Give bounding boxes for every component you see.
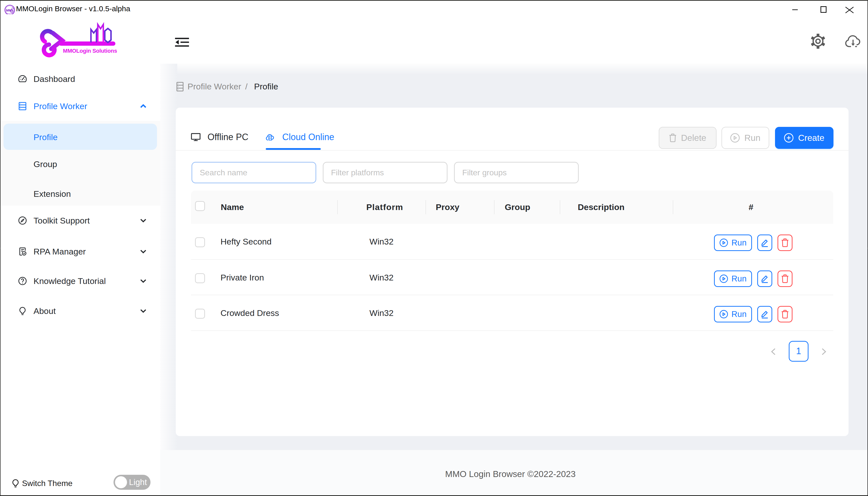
svg-text:MMOLogin Solutions: MMOLogin Solutions (63, 48, 117, 54)
svg-text:LOGIN SOLUTIONS: LOGIN SOLUTIONS (6, 13, 14, 14)
